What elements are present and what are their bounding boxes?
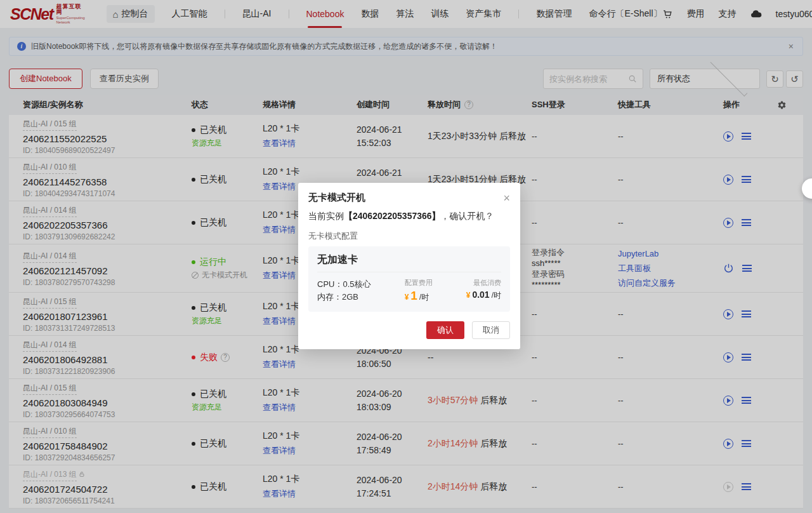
memory-spec: 内存：2GB — [317, 291, 371, 303]
card-title: 无加速卡 — [317, 253, 501, 272]
currency-symbol: ¥ — [466, 291, 471, 300]
min-consumption: 最低消费 ¥0.01/时 — [466, 278, 501, 303]
cancel-button[interactable]: 取消 — [472, 321, 510, 339]
min-value: 0.01 — [472, 290, 489, 300]
fee-value: 1 — [410, 289, 417, 302]
confirm-button[interactable]: 确认 — [426, 321, 464, 339]
modal-confirm-text: 当前实例【2406202205357366】，确认开机？ — [308, 211, 510, 222]
card-specs: CPU：0.5核心 内存：2GB — [317, 278, 371, 303]
modal-title: 无卡模式开机 — [308, 192, 503, 204]
config-section-label: 无卡模式配置 — [308, 230, 510, 242]
no-accelerator-card: 无加速卡 CPU：0.5核心 内存：2GB 配置费用 ¥1/时 最低消费 ¥0.… — [308, 246, 510, 312]
currency-symbol: ¥ — [405, 293, 409, 302]
instance-name: 【2406202205357366】 — [344, 211, 441, 221]
cpu-spec: CPU：0.5核心 — [317, 278, 371, 291]
close-icon[interactable]: × — [503, 192, 510, 204]
no-card-boot-modal: 无卡模式开机 × 当前实例【2406202205357366】，确认开机？ 无卡… — [298, 183, 520, 349]
config-fee: 配置费用 ¥1/时 — [405, 278, 433, 303]
